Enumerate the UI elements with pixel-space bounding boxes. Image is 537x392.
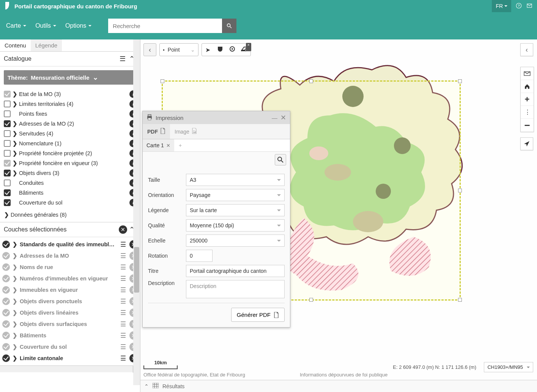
pointer-tool-icon[interactable]: ➤: [202, 46, 214, 54]
visibility-toggle-icon[interactable]: [2, 275, 10, 282]
tree-item[interactable]: Bâtimentsi: [4, 188, 137, 198]
menu-outils[interactable]: Outils: [35, 22, 56, 29]
layer-checkbox[interactable]: [4, 130, 11, 137]
add-map-tab[interactable]: +: [174, 139, 186, 151]
visibility-toggle-icon[interactable]: [2, 320, 10, 328]
chevron-right-icon[interactable]: ❯: [12, 321, 17, 327]
layer-menu-icon[interactable]: ☰: [119, 275, 127, 283]
chevron-right-icon[interactable]: ❯: [12, 344, 17, 350]
generate-pdf-button[interactable]: Générer PDF: [231, 308, 285, 322]
sidebar-vscroll[interactable]: [133, 39, 140, 385]
chevron-right-icon[interactable]: ❯: [12, 160, 17, 166]
layer-checkbox[interactable]: [4, 120, 11, 127]
select-orientation[interactable]: Paysage: [186, 189, 285, 201]
more-icon[interactable]: ⋮: [521, 106, 534, 119]
chevron-right-icon[interactable]: ❯: [12, 91, 17, 97]
basemap-icon[interactable]: [521, 67, 534, 80]
tree-item[interactable]: ❯Adresses de la MO (2)i: [4, 119, 137, 129]
selected-layer-item[interactable]: ❯Immeubles en vigueur☰✕: [2, 284, 138, 296]
panel-toggle-right[interactable]: ‹: [520, 43, 533, 56]
tree-item[interactable]: ❯Etat de la MO (3)i: [4, 89, 137, 99]
layer-menu-icon[interactable]: ☰: [119, 252, 127, 260]
tree-item[interactable]: Couverture du soli: [4, 198, 137, 208]
tree-item[interactable]: ❯Limites territoriales (4)i: [4, 99, 137, 109]
mail-icon[interactable]: [526, 3, 532, 10]
zoom-in-icon[interactable]: +: [521, 93, 534, 106]
results-bar[interactable]: ⌃ Résultats: [140, 380, 537, 392]
selected-layer-item[interactable]: ❯Objets divers ponctuels☰✕: [2, 296, 138, 307]
tree-item[interactable]: ❯Propriété foncière en vigueur (3)i: [4, 158, 137, 168]
chevron-right-icon[interactable]: ❯: [12, 140, 17, 146]
layer-menu-icon[interactable]: ☰: [119, 332, 127, 340]
layer-checkbox[interactable]: [4, 91, 11, 98]
zoom-out-icon[interactable]: −: [521, 119, 534, 132]
chevron-right-icon[interactable]: ❯: [12, 241, 17, 247]
visibility-toggle-icon[interactable]: [2, 309, 10, 316]
visibility-toggle-icon[interactable]: [2, 332, 10, 339]
close-map-tab-icon[interactable]: ✕: [166, 143, 170, 148]
chevron-right-icon[interactable]: ❯: [12, 355, 17, 361]
chevron-right-icon[interactable]: ❯: [12, 121, 17, 127]
selected-layer-item[interactable]: ❯Numéros d'immeubles en vigueur☰✕: [2, 273, 138, 284]
print-map-tab-1[interactable]: Carte 1✕: [143, 139, 174, 151]
select-echelle[interactable]: 250000: [186, 235, 285, 247]
clear-selected-icon[interactable]: ✕: [119, 225, 127, 234]
results-grid-icon[interactable]: [153, 383, 159, 389]
chevron-right-icon[interactable]: ❯: [12, 150, 17, 156]
tree-item[interactable]: ❯Objets divers (3)i: [4, 168, 137, 178]
tab-pdf[interactable]: PDF: [143, 124, 170, 139]
layer-menu-icon[interactable]: ☰: [119, 354, 127, 362]
visibility-toggle-icon[interactable]: [2, 263, 10, 271]
chevron-right-icon[interactable]: ❯: [12, 310, 17, 316]
input-description[interactable]: Description: [186, 280, 285, 298]
selected-layer-item[interactable]: ❯Standards de qualité des immeubles en v…: [2, 239, 138, 250]
chevron-right-icon[interactable]: ❯: [12, 253, 17, 259]
help-icon[interactable]: ?: [516, 3, 522, 10]
target-tool-icon[interactable]: [226, 46, 238, 54]
visibility-toggle-icon[interactable]: [2, 354, 10, 362]
input-titre[interactable]: Portail cartographique du canton: [186, 265, 285, 277]
layer-menu-icon[interactable]: ☰: [119, 263, 127, 271]
dialog-close-icon[interactable]: ✕: [280, 113, 286, 122]
geometry-select[interactable]: ● Point ⌄: [159, 43, 198, 56]
tab-contenu[interactable]: Contenu: [0, 39, 31, 51]
selected-layer-item[interactable]: ❯Couverture du sol☰✕: [2, 341, 138, 353]
selected-layer-item[interactable]: ❯Bâtiments☰✕: [2, 330, 138, 341]
layer-menu-icon[interactable]: ☰: [119, 343, 127, 351]
print-dialog-header[interactable]: Impression — ✕: [143, 111, 290, 124]
menu-options[interactable]: Options: [65, 22, 91, 29]
layer-menu-icon[interactable]: ☰: [119, 286, 127, 294]
tree-item[interactable]: ❯Servitudes (4)i: [4, 129, 137, 139]
selected-layer-item[interactable]: ❯Objets divers linéaires☰✕: [2, 307, 138, 318]
layer-checkbox[interactable]: [4, 160, 11, 167]
tab-legende[interactable]: Légende: [31, 39, 62, 51]
chevron-right-icon[interactable]: ❯: [12, 298, 17, 304]
selected-layer-item[interactable]: ❯Limite cantonale☰✕: [2, 353, 138, 364]
theme-selector[interactable]: Thème: Mensuration officielle ⌄: [4, 70, 136, 85]
visibility-toggle-icon[interactable]: [2, 252, 10, 260]
results-expand-icon[interactable]: ⌃: [144, 383, 149, 389]
visibility-toggle-icon[interactable]: [2, 298, 10, 305]
select-legende[interactable]: Sur la carte: [186, 204, 285, 216]
layer-checkbox[interactable]: [4, 101, 11, 107]
chevron-right-icon[interactable]: ❯: [12, 170, 17, 176]
tool-close-icon[interactable]: ×: [246, 43, 251, 51]
tree-item-general[interactable]: ❯Données générales (8): [4, 211, 137, 219]
locate-icon[interactable]: [520, 137, 533, 150]
layer-menu-icon[interactable]: ☰: [119, 298, 127, 305]
catalogue-menu-icon[interactable]: ☰: [118, 55, 127, 63]
srs-selector[interactable]: CH1903+/MN95: [484, 362, 533, 372]
input-rotation[interactable]: 0: [186, 250, 213, 262]
layer-checkbox[interactable]: [4, 189, 11, 196]
selected-layer-item[interactable]: ❯Adresses de la MO☰✕: [2, 250, 138, 261]
chevron-right-icon[interactable]: ❯: [4, 212, 9, 218]
tree-item[interactable]: ❯Nomenclature (1)i: [4, 139, 137, 148]
search-input[interactable]: [108, 19, 222, 33]
chevron-right-icon[interactable]: ❯: [12, 101, 17, 107]
chevron-right-icon[interactable]: ❯: [12, 332, 17, 338]
selected-layer-item[interactable]: ❯Noms de rue☰✕: [2, 261, 138, 273]
selected-layer-item[interactable]: ❯Objets divers surfaciques☰✕: [2, 318, 138, 330]
layer-checkbox[interactable]: [4, 179, 11, 186]
print-zoom-icon[interactable]: [275, 154, 286, 165]
snap-tool-icon[interactable]: [214, 46, 226, 54]
